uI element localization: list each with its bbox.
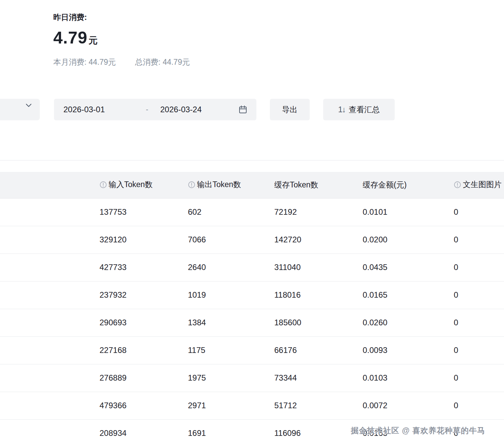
export-button-label: 导出 <box>282 105 298 115</box>
table-cell: 602 <box>177 198 263 226</box>
table-cell: 0 <box>443 364 504 392</box>
table-cell: 1019 <box>177 281 263 309</box>
date-end-value[interactable]: 2026-03-24 <box>156 105 238 114</box>
watermark-text: 掘金技术社区 @ 喜欢养花种草的牛马 <box>351 425 485 436</box>
table-cell: 0 <box>443 254 504 281</box>
view-summary-button[interactable]: 1↓ 查看汇总 <box>323 99 395 120</box>
table-cell: 0.0200 <box>352 226 443 254</box>
sort-numeric-icon: 1↓ <box>338 105 345 114</box>
table-cell: 118016 <box>263 281 352 309</box>
table-cell-empty <box>0 336 89 364</box>
column-header: 输入Token数 <box>89 172 177 198</box>
info-circle-icon <box>188 181 195 190</box>
table-cell: 0 <box>443 226 504 254</box>
month-consumption: 本月消费: 44.79元 <box>53 57 116 67</box>
date-range-separator: - <box>139 105 156 114</box>
column-header: 缓存金额(元) <box>352 172 443 198</box>
table-cell: 0.0103 <box>352 364 443 392</box>
table-row: 23793210191180160.01650 <box>0 281 504 309</box>
table-cell: 0 <box>443 336 504 364</box>
table-row: 2768891975733440.01030 <box>0 364 504 392</box>
view-summary-label: 查看汇总 <box>349 105 380 115</box>
column-header-label: 文生图图片 <box>463 180 502 189</box>
table-cell: 427733 <box>89 254 177 281</box>
table-cell: 73344 <box>263 364 352 392</box>
table-cell: 116096 <box>263 419 352 447</box>
table-cell: 0 <box>443 281 504 309</box>
table-cell-empty <box>0 419 89 447</box>
table-cell: 0.0072 <box>352 392 443 419</box>
table-cell-empty <box>0 364 89 392</box>
table-cell-empty <box>0 226 89 254</box>
table-row: 4793662971517120.00720 <box>0 392 504 419</box>
info-circle-icon <box>454 181 461 190</box>
table-cell: 0 <box>443 198 504 226</box>
table-cell: 1175 <box>177 336 263 364</box>
table-cell: 237932 <box>89 281 177 309</box>
usage-table: 输入Token数输出Token数缓存Token数缓存金额(元)文生图图片 137… <box>0 172 504 447</box>
table-cell: 227168 <box>89 336 177 364</box>
table-body: 137753602721920.0101032912070661427200.0… <box>0 198 504 447</box>
table-cell: 7066 <box>177 226 263 254</box>
table-cell: 276889 <box>89 364 177 392</box>
table-row: 2271681175661760.00930 <box>0 336 504 364</box>
table-cell-empty <box>0 309 89 336</box>
column-header-label: 缓存金额(元) <box>363 180 407 189</box>
date-start-value[interactable]: 2026-03-01 <box>63 105 139 114</box>
yesterday-consumption-value: 4.79 元 <box>53 28 190 48</box>
filter-dropdown[interactable] <box>0 99 40 120</box>
table-cell: 51712 <box>263 392 352 419</box>
table-cell-empty <box>0 392 89 419</box>
table-row: 32912070661427200.02000 <box>0 226 504 254</box>
table-row: 42773326403110400.04350 <box>0 254 504 281</box>
table-cell: 0.0101 <box>352 198 443 226</box>
table-cell: 1384 <box>177 309 263 336</box>
yesterday-amount: 4.79 <box>53 28 87 48</box>
table-cell: 0.0260 <box>352 309 443 336</box>
column-header-label: 缓存Token数 <box>274 180 318 189</box>
date-range-picker[interactable]: 2026-03-01 - 2026-03-24 <box>54 99 256 120</box>
table-cell: 290693 <box>89 309 177 336</box>
column-header <box>0 172 89 198</box>
table-row: 137753602721920.01010 <box>0 198 504 226</box>
column-header-label: 输入Token数 <box>109 180 152 189</box>
usage-table-container: 输入Token数输出Token数缓存Token数缓存金额(元)文生图图片 137… <box>0 172 504 447</box>
export-button[interactable]: 导出 <box>270 99 310 120</box>
filter-toolbar: 2026-03-01 - 2026-03-24 导出 1↓ 查看汇总 <box>0 99 504 120</box>
column-header-label: 输出Token数 <box>197 180 241 189</box>
table-cell: 185600 <box>263 309 352 336</box>
column-header: 文生图图片 <box>443 172 504 198</box>
table-cell: 311040 <box>263 254 352 281</box>
table-cell: 0 <box>443 392 504 419</box>
table-cell-empty <box>0 254 89 281</box>
table-cell-empty <box>0 281 89 309</box>
table-cell: 72192 <box>263 198 352 226</box>
table-cell: 137753 <box>89 198 177 226</box>
table-cell: 0.0165 <box>352 281 443 309</box>
table-cell: 329120 <box>89 226 177 254</box>
table-cell: 208934 <box>89 419 177 447</box>
table-row: 29069313841856000.02600 <box>0 309 504 336</box>
table-cell: 0.0435 <box>352 254 443 281</box>
calendar-icon <box>238 105 248 114</box>
table-cell: 66176 <box>263 336 352 364</box>
table-cell: 2640 <box>177 254 263 281</box>
table-cell: 1691 <box>177 419 263 447</box>
section-divider <box>0 160 504 160</box>
table-cell: 1975 <box>177 364 263 392</box>
consumption-stats: 昨日消费: 4.79 元 本月消费: 44.79元 总消费: 44.79元 <box>53 12 190 67</box>
table-cell: 0 <box>443 309 504 336</box>
table-cell: 479366 <box>89 392 177 419</box>
table-cell: 142720 <box>263 226 352 254</box>
info-circle-icon <box>100 181 107 190</box>
currency-unit: 元 <box>88 34 97 47</box>
column-header: 输出Token数 <box>177 172 263 198</box>
table-header-row: 输入Token数输出Token数缓存Token数缓存金额(元)文生图图片 <box>0 172 504 198</box>
table-cell: 2971 <box>177 392 263 419</box>
table-cell: 0.0093 <box>352 336 443 364</box>
table-cell-empty <box>0 198 89 226</box>
column-header: 缓存Token数 <box>263 172 352 198</box>
yesterday-consumption-label: 昨日消费: <box>53 12 190 23</box>
total-consumption: 总消费: 44.79元 <box>135 57 190 67</box>
